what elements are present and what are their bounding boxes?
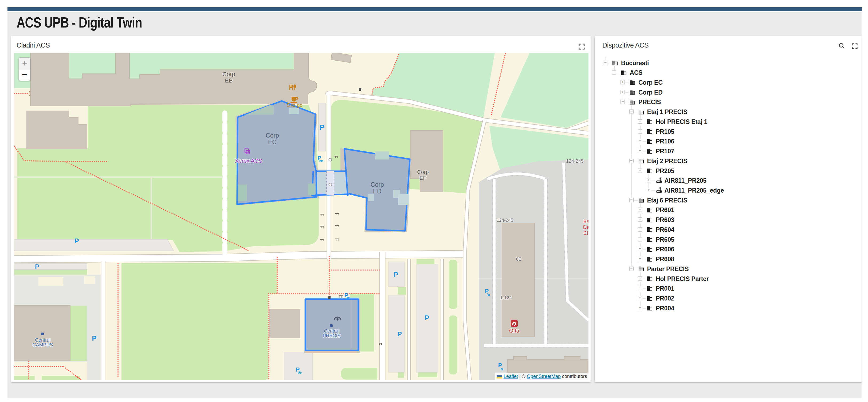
svg-text:EF: EF <box>420 175 426 181</box>
svg-text:Centrul: Centrul <box>35 337 51 343</box>
svg-text:1-124: 1-124 <box>500 295 512 300</box>
svg-text:Ofta: Ofta <box>509 328 520 334</box>
svg-text:124-245: 124-245 <box>497 218 513 223</box>
svg-text:Corp: Corp <box>371 181 384 188</box>
svg-text:De: De <box>583 224 588 230</box>
svg-text:Centrul: Centrul <box>324 328 339 334</box>
svg-text:Corp: Corp <box>222 71 235 78</box>
svg-text:P: P <box>425 314 429 322</box>
svg-text:P: P <box>319 123 325 131</box>
svg-text:Ba: Ba <box>583 218 588 224</box>
svg-text:P: P <box>74 237 79 245</box>
svg-text:P: P <box>398 331 402 338</box>
svg-text:Corp: Corp <box>266 132 279 139</box>
svg-text:124-245: 124-245 <box>566 158 584 164</box>
svg-text:6E: 6E <box>516 257 522 262</box>
svg-text:Xerox ACS: Xerox ACS <box>235 158 262 164</box>
svg-text:EB: EB <box>225 77 232 84</box>
svg-text:5 to go: 5 to go <box>287 102 303 108</box>
svg-text:CAMPUS: CAMPUS <box>32 342 53 347</box>
svg-text:ED: ED <box>373 188 381 195</box>
svg-text:Cl: Cl <box>583 230 588 236</box>
svg-text:P: P <box>498 362 502 369</box>
svg-text:P: P <box>485 288 489 295</box>
svg-text:PRECIS: PRECIS <box>322 333 340 338</box>
svg-text:Corp: Corp <box>417 169 429 175</box>
svg-text:P: P <box>35 263 39 270</box>
svg-text:P: P <box>92 334 96 342</box>
svg-text:EC: EC <box>268 138 277 146</box>
svg-text:P: P <box>394 271 398 279</box>
